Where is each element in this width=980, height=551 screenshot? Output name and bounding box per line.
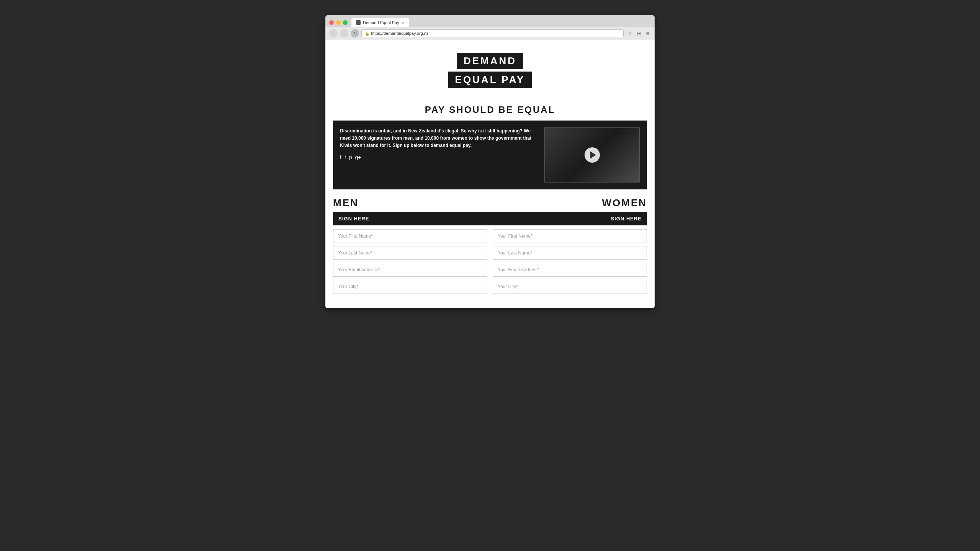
forms-container [333,229,647,293]
pinterest-icon[interactable]: p [349,154,352,160]
menu-icon[interactable]: ≡ [645,29,651,37]
play-triangle-icon [590,151,596,159]
back-button[interactable]: ‹ [329,29,338,37]
women-email-input[interactable] [493,263,647,277]
men-first-name-input[interactable] [333,229,487,243]
twitter-icon[interactable]: t [345,154,346,160]
extensions-icon[interactable]: ⊞ [635,29,643,37]
gender-headers: MEN WOMEN [333,197,647,209]
browser-tab[interactable]: Demand Equal Pay ✕ [351,18,409,27]
lock-icon: 🔒 [365,31,369,36]
info-text: Discrimination is unfair, and in New Zea… [340,127,538,150]
logo-demand: DEMAND [457,53,523,69]
url-text: https://demandequalpay.org.nz [371,31,428,36]
women-last-name-input[interactable] [493,246,647,260]
logo-equal-pay: EQUAL PAY [448,72,532,88]
browser-window: Demand Equal Pay ✕ ‹ › ↻ 🔒 https://deman… [325,15,655,308]
address-bar[interactable]: 🔒 https://demandequalpay.org.nz [361,29,624,37]
browser-chrome: Demand Equal Pay ✕ ‹ › ↻ 🔒 https://deman… [325,15,655,40]
social-icons: f t p g+ [340,154,538,160]
men-last-name-input[interactable] [333,246,487,260]
info-box: Discrimination is unfair, and in New Zea… [333,121,647,189]
men-city-input[interactable] [333,280,487,293]
sign-here-left: SIGN HERE [338,216,369,222]
googleplus-icon[interactable]: g+ [355,154,361,160]
women-label: WOMEN [602,197,647,209]
video-placeholder [545,128,639,182]
women-first-name-input[interactable] [493,229,647,243]
toolbar-actions: ☆ ⊞ ≡ [626,29,651,37]
sign-here-bar: SIGN HERE SIGN HERE [333,212,647,225]
tab-close-icon[interactable]: ✕ [402,21,405,25]
minimize-button[interactable] [336,20,341,25]
women-city-input[interactable] [493,280,647,293]
browser-toolbar: ‹ › ↻ 🔒 https://demandequalpay.org.nz ☆ … [325,27,655,40]
window-controls [329,20,348,25]
signatures-section: MEN WOMEN SIGN HERE SIGN HERE [325,189,655,293]
page-tagline: PAY SHOULD BE EQUAL [325,104,655,115]
maximize-button[interactable] [343,20,348,25]
tab-favicon [356,20,361,25]
play-button[interactable] [585,147,600,163]
forward-button[interactable]: › [340,29,348,37]
bookmark-icon[interactable]: ☆ [626,29,634,37]
men-label: MEN [333,197,359,209]
men-email-input[interactable] [333,263,487,277]
men-form [333,229,487,293]
page-content: DEMAND EQUAL PAY PAY SHOULD BE EQUAL Dis… [325,40,655,308]
refresh-button[interactable]: ↻ [351,29,359,37]
video-container[interactable] [544,127,640,183]
tab-title: Demand Equal Pay [363,20,399,25]
close-button[interactable] [329,20,334,25]
logo-section: DEMAND EQUAL PAY [325,48,655,97]
browser-titlebar: Demand Equal Pay ✕ [325,15,655,27]
facebook-icon[interactable]: f [340,154,341,160]
sign-here-right: SIGN HERE [611,216,642,222]
women-form [493,229,647,293]
